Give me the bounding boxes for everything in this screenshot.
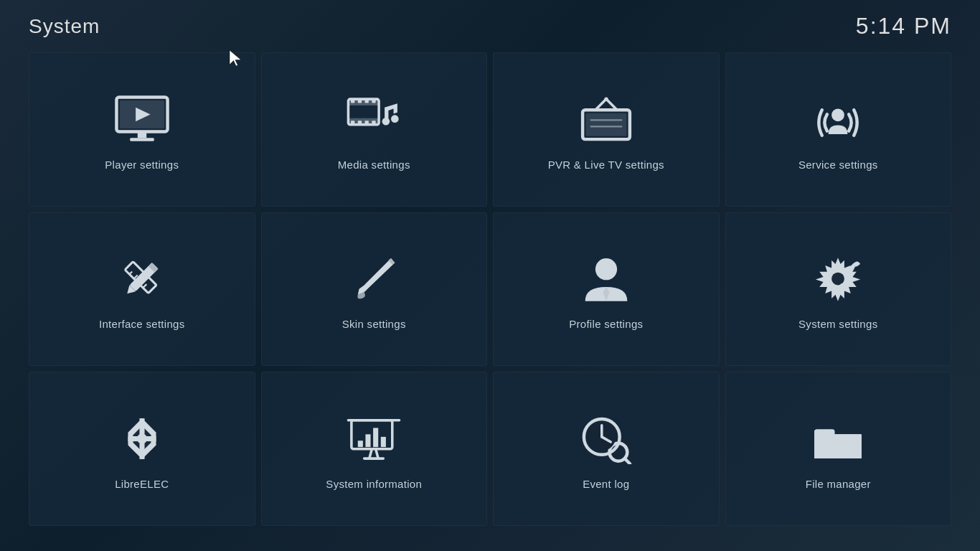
media-settings-label: Media settings [338, 159, 410, 171]
tile-service-settings[interactable]: Service settings [725, 52, 952, 207]
svg-rect-11 [372, 99, 376, 103]
svg-point-41 [137, 434, 147, 444]
svg-rect-8 [351, 99, 354, 103]
svg-point-34 [595, 259, 617, 281]
svg-rect-10 [365, 99, 369, 103]
svg-rect-3 [138, 131, 146, 138]
profile-settings-label: Profile settings [569, 318, 643, 330]
svg-rect-9 [358, 99, 362, 103]
header: System 5:14 PM [0, 0, 980, 47]
service-settings-icon [806, 91, 870, 149]
skin-settings-label: Skin settings [342, 318, 406, 330]
libreelec-icon [110, 410, 174, 468]
tile-media-settings[interactable]: Media settings [261, 52, 488, 207]
svg-rect-13 [358, 121, 362, 124]
svg-point-16 [382, 118, 390, 126]
file-manager-icon [806, 410, 870, 468]
svg-rect-4 [130, 138, 154, 141]
tile-file-manager[interactable]: File manager [725, 372, 952, 526]
svg-rect-60 [814, 429, 834, 435]
libreelec-label: LibreELEC [115, 478, 169, 490]
interface-settings-icon [110, 250, 174, 308]
svg-point-20 [604, 97, 608, 100]
svg-point-25 [831, 108, 844, 121]
svg-rect-22 [585, 113, 626, 136]
event-log-icon [574, 410, 639, 468]
service-settings-label: Service settings [798, 159, 878, 171]
tile-event-log[interactable]: Event log [493, 372, 720, 526]
system-information-label: System information [326, 478, 422, 490]
svg-rect-42 [352, 420, 392, 449]
player-settings-label: Player settings [105, 159, 179, 171]
svg-line-43 [369, 449, 372, 458]
tile-libreelec[interactable]: LibreELEC [29, 372, 255, 526]
tile-profile-settings[interactable]: Profile settings [493, 212, 720, 367]
event-log-label: Event log [583, 478, 629, 490]
tile-system-settings[interactable]: System settings [725, 212, 952, 367]
system-information-icon [341, 410, 406, 468]
tile-system-information[interactable]: System information [261, 372, 488, 526]
svg-line-55 [625, 458, 630, 463]
svg-line-18 [595, 99, 606, 110]
svg-point-37 [831, 273, 844, 286]
svg-rect-15 [372, 121, 376, 124]
svg-line-30 [129, 272, 132, 275]
media-settings-icon [341, 91, 406, 149]
tile-grid: Player settings Me [0, 47, 980, 547]
player-settings-icon [110, 91, 174, 149]
svg-rect-47 [358, 441, 363, 447]
system-settings-icon [806, 250, 870, 308]
svg-rect-14 [365, 121, 369, 124]
tile-player-settings[interactable]: Player settings [29, 52, 255, 207]
pvr-settings-label: PVR & Live TV settings [548, 159, 664, 171]
svg-point-17 [391, 115, 399, 123]
tile-pvr-settings[interactable]: PVR & Live TV settings [493, 52, 720, 207]
clock: 5:14 PM [856, 13, 951, 39]
svg-rect-50 [381, 437, 386, 447]
svg-line-33 [143, 285, 146, 288]
tile-skin-settings[interactable]: Skin settings [261, 212, 488, 367]
system-settings-label: System settings [798, 318, 877, 330]
file-manager-label: File manager [806, 478, 871, 490]
tile-interface-settings[interactable]: Interface settings [29, 212, 255, 367]
page-title: System [29, 15, 100, 38]
svg-line-44 [376, 449, 379, 458]
svg-rect-12 [351, 121, 354, 124]
svg-line-19 [606, 99, 617, 110]
interface-settings-label: Interface settings [99, 318, 185, 330]
pvr-settings-icon [574, 91, 639, 149]
skin-settings-icon [341, 250, 406, 308]
svg-rect-48 [366, 434, 371, 447]
profile-settings-icon [574, 250, 639, 308]
svg-rect-49 [373, 428, 378, 448]
svg-rect-59 [814, 434, 862, 458]
